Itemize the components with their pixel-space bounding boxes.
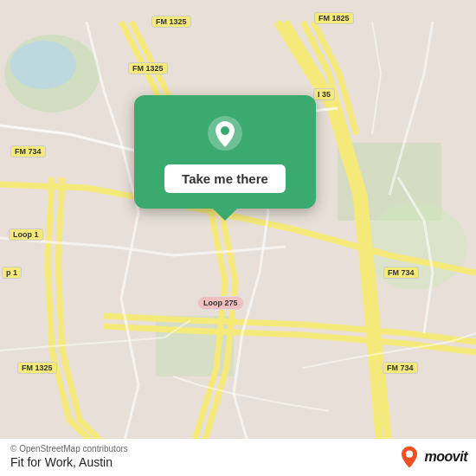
map-container: FM 1325 FM 1825 FM 1325 I 35 FM 734 Loop… <box>0 0 476 476</box>
svg-point-5 <box>10 41 76 89</box>
road-label-fm734-br: FM 734 <box>383 362 418 374</box>
moovit-logo: moovit <box>397 445 467 469</box>
svg-point-7 <box>221 126 229 135</box>
moovit-text: moovit <box>425 449 467 465</box>
road-label-loop1: Loop 1 <box>9 228 43 241</box>
road-label-loop275: Loop 275 <box>197 296 244 310</box>
road-label-fm1325-mid: FM 1325 <box>128 62 168 74</box>
road-label-fm1325-bottom: FM 1325 <box>17 362 57 374</box>
location-card: Take me there <box>134 95 316 209</box>
road-label-fm734-right: FM 734 <box>383 267 419 279</box>
road-label-fm1825: FM 1825 <box>314 12 354 24</box>
pin-icon <box>206 114 244 152</box>
svg-point-8 <box>405 451 412 458</box>
map-roads <box>0 0 476 476</box>
road-label-fm734-left: FM 734 <box>10 145 46 158</box>
road-label-fm1325-top: FM 1325 <box>151 16 191 28</box>
road-label-p1: p 1 <box>2 267 22 279</box>
moovit-pin-icon <box>397 445 421 469</box>
road-label-i35: I 35 <box>313 88 335 100</box>
take-me-there-button[interactable]: Take me there <box>164 164 286 193</box>
